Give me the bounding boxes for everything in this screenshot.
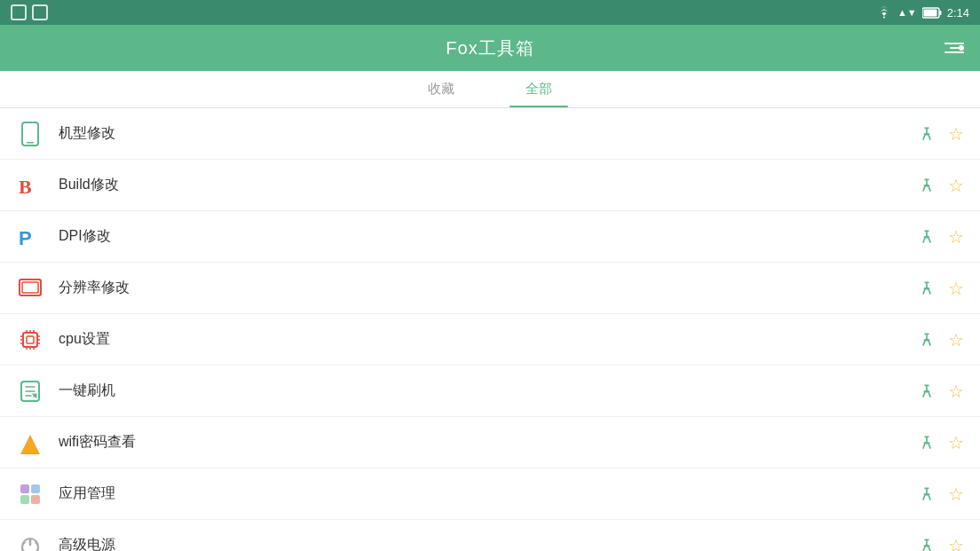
dpi-icon: P (16, 223, 44, 251)
svg-point-9 (926, 236, 928, 238)
pin-button[interactable] (918, 434, 936, 452)
item-actions: ☆ (918, 484, 964, 505)
item-label: 应用管理 (59, 484, 918, 503)
time-display: 2:14 (947, 6, 969, 20)
pin-button[interactable] (918, 177, 936, 194)
app-title: Fox工具箱 (446, 36, 533, 60)
svg-rect-32 (20, 484, 29, 493)
star-button[interactable]: ☆ (948, 432, 964, 453)
svg-rect-1 (923, 9, 937, 16)
item-label: 高级电源 (59, 536, 918, 551)
item-actions: ☆ (918, 329, 964, 350)
status-bar-right: ▲▼ 2:14 (876, 6, 969, 20)
wifi-icon (876, 6, 892, 19)
svg-text:B: B (19, 176, 32, 197)
svg-rect-2 (939, 11, 941, 15)
resolution-icon (16, 274, 44, 303)
list-item: P DPI修改 ☆ (0, 211, 980, 263)
list-item: B Build修改 ☆ (0, 160, 980, 211)
pin-button[interactable] (918, 125, 936, 143)
status-bar: ▲▼ 2:14 (0, 0, 980, 25)
svg-point-29 (926, 390, 928, 392)
star-button[interactable]: ☆ (948, 175, 964, 196)
pin-button[interactable] (918, 485, 936, 503)
star-button[interactable]: ☆ (948, 123, 964, 145)
list-item: 机型修改 ☆ (0, 108, 980, 160)
settings-line-2 (950, 47, 964, 49)
star-button[interactable]: ☆ (948, 226, 964, 248)
svg-point-7 (926, 185, 928, 186)
settings-button[interactable] (944, 43, 964, 53)
svg-point-27 (926, 339, 928, 341)
settings-line-1 (944, 43, 964, 44)
item-actions: ☆ (918, 175, 964, 196)
item-actions: ☆ (918, 123, 964, 145)
svg-rect-34 (20, 495, 29, 504)
item-actions: ☆ (918, 432, 964, 453)
svg-point-31 (926, 442, 928, 444)
svg-point-38 (926, 545, 928, 547)
svg-rect-4 (27, 142, 34, 144)
star-button[interactable]: ☆ (948, 329, 964, 350)
list-item: wifi密码查看 ☆ (0, 417, 980, 468)
phone-icon (16, 120, 44, 148)
pin-button[interactable] (918, 537, 936, 552)
star-button[interactable]: ☆ (948, 535, 964, 552)
square-icon-2 (32, 4, 48, 20)
item-label: 分辨率修改 (59, 279, 918, 297)
list-item: 分辨率修改 ☆ (0, 263, 980, 314)
svg-point-12 (926, 287, 928, 289)
item-label: Build修改 (59, 176, 918, 194)
pin-button[interactable] (918, 331, 936, 349)
apps-icon (16, 480, 44, 508)
list-item: 一键刷机 ☆ (0, 366, 980, 417)
tab-bar: 收藏 全部 (0, 71, 980, 108)
svg-rect-13 (23, 333, 37, 347)
svg-point-5 (926, 133, 928, 135)
power-icon (16, 531, 44, 552)
svg-rect-35 (31, 495, 40, 504)
svg-text:P: P (19, 227, 32, 248)
item-label: wifi密码查看 (59, 433, 918, 452)
header: Fox工具箱 (0, 25, 980, 71)
item-actions: ☆ (918, 226, 964, 248)
tab-all[interactable]: 全部 (490, 71, 588, 107)
item-actions: ☆ (918, 381, 964, 402)
battery-icon (922, 7, 942, 19)
item-label: DPI修改 (59, 227, 918, 246)
list-item: cpu设置 ☆ (0, 314, 980, 366)
item-actions: ☆ (918, 535, 964, 552)
pin-button[interactable] (918, 279, 936, 297)
status-bar-left (11, 4, 48, 20)
tab-favorites[interactable]: 收藏 (392, 71, 490, 107)
wifi-password-icon (16, 429, 44, 457)
list-item: 高级电源 ☆ (0, 520, 980, 551)
build-icon: B (16, 171, 44, 200)
star-button[interactable]: ☆ (948, 278, 964, 299)
cpu-icon (16, 326, 44, 354)
item-label: cpu设置 (59, 330, 918, 349)
item-label: 机型修改 (59, 124, 918, 143)
square-icon-1 (11, 4, 27, 20)
svg-rect-33 (31, 484, 40, 493)
svg-rect-11 (22, 282, 38, 293)
star-button[interactable]: ☆ (948, 381, 964, 402)
pin-button[interactable] (918, 382, 936, 400)
pin-button[interactable] (918, 228, 936, 246)
item-label: 一键刷机 (59, 382, 918, 400)
svg-marker-30 (20, 435, 40, 454)
settings-line-3 (944, 51, 964, 53)
star-button[interactable]: ☆ (948, 484, 964, 505)
data-icon: ▲▼ (897, 7, 917, 18)
tool-list: 机型修改 ☆ B Build修改 ☆ (0, 108, 980, 551)
list-item: 应用管理 ☆ (0, 468, 980, 520)
flash-icon (16, 377, 44, 405)
item-actions: ☆ (918, 278, 964, 299)
svg-point-36 (926, 493, 928, 495)
svg-rect-14 (27, 336, 34, 343)
